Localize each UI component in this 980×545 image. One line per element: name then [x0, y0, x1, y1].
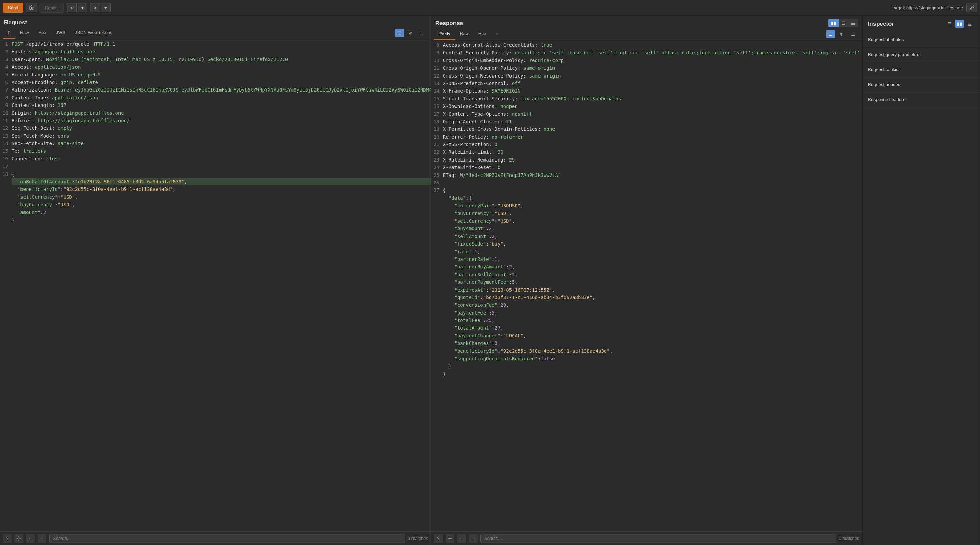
newline-toggle-button[interactable]: \n: [407, 29, 415, 37]
code-line[interactable]: 14X-Frame-Options: SAMEORIGIN: [431, 87, 862, 95]
history-forward-dropdown[interactable]: ▾: [101, 3, 111, 12]
response-search-input[interactable]: [480, 534, 836, 543]
layout-single-button[interactable]: ▬: [848, 19, 858, 27]
tab-pretty[interactable]: Pretty: [434, 29, 455, 40]
code-line[interactable]: 9Content-Length: 167: [0, 102, 431, 109]
send-button[interactable]: Send: [3, 3, 23, 13]
code-line[interactable]: 3User-Agent: Mozilla/5.0 (Macintosh; Int…: [0, 56, 431, 63]
code-line[interactable]: 13Sec-Fetch-Mode: cors: [0, 132, 431, 140]
code-line[interactable]: "partnerPaymentFee":5,: [431, 278, 862, 286]
code-line[interactable]: 6Accept-Encoding: gzip, deflate: [0, 79, 431, 86]
search-next-button[interactable]: →: [469, 534, 478, 543]
code-line[interactable]: 16Connection: close: [0, 155, 431, 162]
settings-button[interactable]: [26, 3, 37, 12]
code-line[interactable]: 10Origin: https://stagingapp.truffles.on…: [0, 109, 431, 117]
code-line[interactable]: "totalFee":25,: [431, 316, 862, 324]
code-line[interactable]: 19X-Permitted-Cross-Domain-Policies: non…: [431, 126, 862, 133]
code-line[interactable]: 18Origin-Agent-Cluster: ?1: [431, 118, 862, 126]
code-line[interactable]: 26: [431, 179, 862, 186]
search-prev-button[interactable]: ←: [26, 534, 35, 543]
tab-render[interactable]: er: [491, 29, 505, 40]
code-line[interactable]: "beneficiaryId":"92c2d55c-3f0a-4ee1-b9f1…: [0, 186, 431, 193]
inspector-item-request-query-parameters[interactable]: Request query parameters: [862, 47, 980, 62]
search-prev-button[interactable]: ←: [457, 534, 466, 543]
code-line[interactable]: "sellAmount":2,: [431, 232, 862, 240]
layout-rows-button[interactable]: ☰: [838, 19, 848, 27]
inspector-columns-view-button[interactable]: ▮▮: [955, 20, 964, 28]
code-line[interactable]: "conversionFee":20,: [431, 301, 862, 309]
code-line[interactable]: 4Accept: application/json: [0, 63, 431, 71]
tab-jws[interactable]: JWS: [51, 27, 70, 38]
code-line[interactable]: "partnerBuyAmount":2,: [431, 263, 862, 270]
code-line[interactable]: }: [0, 216, 431, 224]
request-search-input[interactable]: [49, 534, 405, 543]
pretty-toggle-button[interactable]: [826, 30, 835, 38]
code-line[interactable]: 23X-RateLimit-Remaining: 29: [431, 156, 862, 164]
search-settings-button[interactable]: [445, 534, 455, 543]
tab-hex[interactable]: Hex: [34, 27, 51, 38]
newline-toggle-button[interactable]: \n: [838, 30, 846, 38]
code-line[interactable]: 13X-DNS-Prefetch-Control: off: [431, 79, 862, 87]
code-line[interactable]: "beneficiaryId":"92c2d55c-3f0a-4ee1-b9f1…: [431, 347, 862, 355]
code-line[interactable]: "expiresAt":"2023-05-16T07:12:55Z",: [431, 286, 862, 294]
code-line[interactable]: }: [431, 362, 862, 370]
code-line[interactable]: 17X-Content-Type-Options: nosniff: [431, 110, 862, 118]
tab-p[interactable]: P: [3, 27, 15, 38]
search-next-button[interactable]: →: [38, 534, 46, 543]
history-back-dropdown[interactable]: ▾: [78, 3, 88, 12]
code-line[interactable]: 9Content-Security-Policy: default-src 's…: [431, 49, 862, 56]
code-line[interactable]: 20Referrer-Policy: no-referrer: [431, 133, 862, 141]
code-line[interactable]: 7Authorization: Bearer eyJhbGciOiJIUzI1N…: [0, 86, 431, 94]
code-line[interactable]: 1POST /api/v1/transfer/quote HTTP/1.1: [0, 40, 431, 48]
tab-raw[interactable]: Raw: [455, 29, 474, 40]
code-line[interactable]: "amount":2: [0, 209, 431, 216]
code-line[interactable]: "buyAmount":2,: [431, 225, 862, 232]
code-line[interactable]: 5Accept-Language: en-US,en;q=0.5: [0, 71, 431, 79]
tab-json-web-tokens[interactable]: JSON Web Tokens: [70, 27, 117, 38]
code-line[interactable]: "paymentFee":5,: [431, 309, 862, 316]
code-line[interactable]: 8Content-Type: application/json: [0, 94, 431, 102]
code-line[interactable]: 15Strict-Transport-Security: max-age=155…: [431, 95, 862, 102]
code-line[interactable]: "buyCurrency":"USD",: [431, 210, 862, 217]
code-line[interactable]: 25ETag: W/"1ed-c2NPZOsEtFnqpJ7AnPhJk3WwV…: [431, 172, 862, 179]
edit-target-button[interactable]: [966, 3, 977, 13]
code-line[interactable]: "bankCharges":0,: [431, 339, 862, 347]
history-back-button[interactable]: <: [67, 3, 77, 12]
code-line[interactable]: 8Access-Control-Allow-Credentials: true: [431, 41, 862, 49]
inspector-expand-button[interactable]: [965, 20, 974, 28]
code-line[interactable]: "quoteId":"bd703f37-17c1-416d-ab04-b3f09…: [431, 294, 862, 301]
code-line[interactable]: "onBehalfOfAccount":"e1b23f28-88f1-4485-…: [0, 178, 431, 186]
code-line[interactable]: }: [431, 370, 862, 378]
code-line[interactable]: 27{: [431, 186, 862, 194]
code-line[interactable]: 2Host: stagingapi.truffles.one: [0, 48, 431, 55]
code-line[interactable]: "fixedSide":"buy",: [431, 240, 862, 248]
menu-button[interactable]: [417, 29, 426, 37]
tab-raw[interactable]: Raw: [15, 27, 34, 38]
inspector-item-request-headers[interactable]: Request headers: [862, 77, 980, 92]
inspector-item-request-attributes[interactable]: Request attributes: [862, 32, 980, 47]
code-line[interactable]: 11Referer: https://stagingapp.truffles.o…: [0, 117, 431, 124]
code-line[interactable]: 12Sec-Fetch-Dest: empty: [0, 124, 431, 132]
code-line[interactable]: "supportingDocumentsRequired":false: [431, 355, 862, 362]
code-line[interactable]: "currencyPair":"USDUSD",: [431, 202, 862, 209]
code-line[interactable]: "sellCurrency":"USD",: [0, 193, 431, 201]
code-line[interactable]: "partnerRate":1,: [431, 256, 862, 263]
code-line[interactable]: "data":{: [431, 194, 862, 202]
pretty-toggle-button[interactable]: [395, 29, 404, 37]
code-line[interactable]: 11Cross-Origin-Opener-Policy: same-origi…: [431, 64, 862, 72]
code-line[interactable]: "paymentChannel":"LOCAL",: [431, 332, 862, 339]
search-help-button[interactable]: ?: [434, 534, 443, 543]
code-line[interactable]: 17: [0, 162, 431, 170]
search-settings-button[interactable]: [14, 534, 23, 543]
layout-columns-button[interactable]: ▮▮: [828, 19, 838, 27]
tab-hex[interactable]: Hex: [474, 29, 491, 40]
code-line[interactable]: 16X-Download-Options: noopen: [431, 102, 862, 110]
code-line[interactable]: 24X-RateLimit-Reset: 0: [431, 164, 862, 171]
code-line[interactable]: 21X-XSS-Protection: 0: [431, 141, 862, 148]
code-line[interactable]: 22X-RateLimit-Limit: 30: [431, 148, 862, 156]
code-line[interactable]: "sellCurrency":"USD",: [431, 217, 862, 225]
inspector-item-request-cookies[interactable]: Request cookies: [862, 62, 980, 77]
response-editor[interactable]: 8Access-Control-Allow-Credentials: true9…: [431, 40, 862, 531]
code-line[interactable]: "partnerSellAmount":2,: [431, 271, 862, 278]
request-editor[interactable]: 1POST /api/v1/transfer/quote HTTP/1.12Ho…: [0, 39, 431, 531]
